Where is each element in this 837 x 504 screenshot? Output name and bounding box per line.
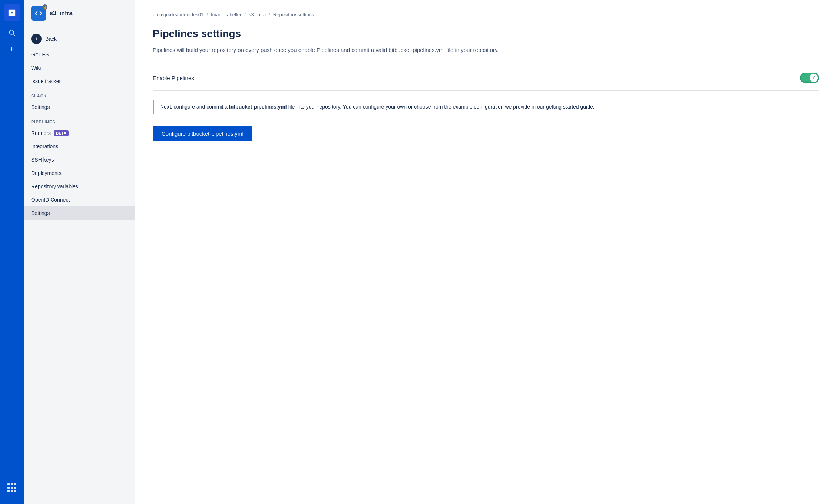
nav-item-integrations[interactable]: Integrations: [24, 140, 135, 153]
breadcrumb: pmmquickstartguides01 / ImageLabeller / …: [153, 12, 819, 17]
back-button[interactable]: Back: [24, 30, 135, 48]
enable-pipelines-row: Enable Pipelines: [153, 65, 819, 91]
nav-item-settings[interactable]: Settings: [24, 206, 135, 220]
slack-section-label: SLACK: [24, 88, 135, 100]
breadcrumb-sep-1: /: [206, 12, 208, 17]
page-title: Pipelines settings: [153, 28, 819, 40]
page-description: Pipelines will build your repository on …: [153, 46, 819, 54]
breadcrumb-part-3: s3_infra: [249, 12, 266, 17]
add-icon[interactable]: [4, 42, 19, 56]
enable-pipelines-label: Enable Pipelines: [153, 75, 194, 81]
repo-icon: 🔒: [31, 6, 46, 21]
repo-name: s3_infra: [50, 10, 72, 17]
nav-item-issue-tracker[interactable]: Issue tracker: [24, 74, 135, 88]
info-text-content: Next, configure and commit a bitbucket-p…: [154, 100, 601, 114]
nav-item-wiki[interactable]: Wiki: [24, 61, 135, 74]
info-filename: bitbucket-pipelines.yml: [229, 104, 287, 110]
back-label: Back: [45, 36, 57, 42]
breadcrumb-part-4: Repository settings: [273, 12, 314, 17]
beta-badge: BETA: [54, 130, 69, 136]
nav-item-openid-connect[interactable]: OpenID Connect: [24, 193, 135, 206]
main-content: pmmquickstartguides01 / ImageLabeller / …: [135, 0, 837, 504]
sidebar-header: 🔒 s3_infra: [24, 0, 135, 27]
enable-pipelines-toggle[interactable]: [800, 73, 819, 83]
nav-item-repo-variables[interactable]: Repository variables: [24, 180, 135, 193]
breadcrumb-part-1: pmmquickstartguides01: [153, 12, 204, 17]
sidebar-nav: Back Git LFS Wiki Issue tracker SLACK Se…: [24, 27, 135, 504]
lock-badge: 🔒: [42, 4, 47, 10]
info-text-before: Next, configure and commit a: [160, 104, 229, 110]
back-circle-icon: [31, 34, 42, 44]
info-text-after: file into your repository. You can confi…: [287, 104, 595, 110]
search-icon[interactable]: [4, 25, 19, 40]
svg-line-1: [13, 34, 15, 36]
breadcrumb-part-2: ImageLabeller: [211, 12, 241, 17]
sidebar: 🔒 s3_infra Back Git LFS Wiki Issue track…: [24, 0, 135, 504]
grid-icon[interactable]: [4, 480, 19, 495]
configure-button[interactable]: Configure bitbucket-pipelines.yml: [153, 126, 252, 141]
bitbucket-logo[interactable]: [4, 4, 20, 21]
nav-item-runners[interactable]: Runners BETA: [24, 126, 135, 140]
breadcrumb-sep-3: /: [269, 12, 270, 17]
nav-item-git-lfs[interactable]: Git LFS: [24, 48, 135, 61]
info-block: Next, configure and commit a bitbucket-p…: [153, 100, 819, 114]
breadcrumb-sep-2: /: [244, 12, 246, 17]
svg-point-0: [9, 30, 14, 34]
pipelines-section-label: PIPELINES: [24, 114, 135, 126]
runners-label: Runners: [31, 130, 51, 136]
nav-item-deployments[interactable]: Deployments: [24, 166, 135, 180]
nav-item-slack-settings[interactable]: Settings: [24, 100, 135, 114]
nav-item-ssh-keys[interactable]: SSH keys: [24, 153, 135, 166]
toggle-slider: [800, 73, 819, 83]
icon-bar: [0, 0, 24, 504]
